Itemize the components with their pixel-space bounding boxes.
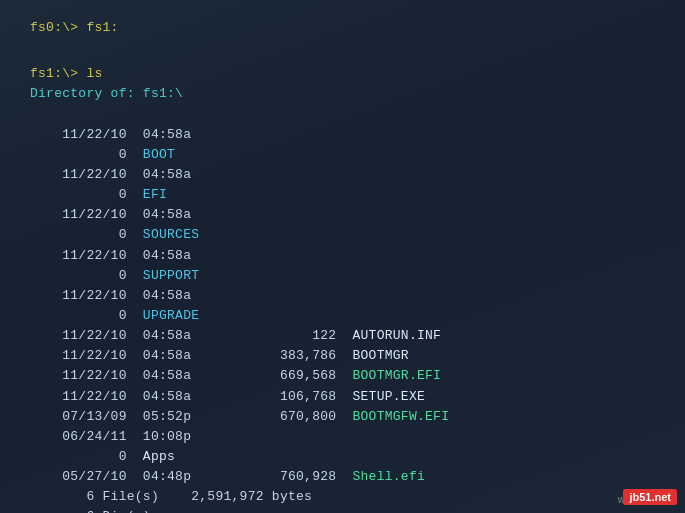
blank-1 [30, 44, 655, 64]
summary-line-1: 6 File(s) 2,591,972 bytes [30, 487, 655, 507]
table-row: 11/22/10 04:58a 0 SUPPORT [30, 246, 655, 286]
blank-2 [30, 105, 655, 125]
directory-listing: 11/22/10 04:58a 0 BOOT 11/22/10 04:58a 0… [30, 125, 655, 488]
summary-line-2: 6 Dir(s) [30, 507, 655, 513]
table-row: 07/13/09 05:52p 670,800 BOOTMGFW.EFI [30, 407, 655, 427]
table-row: 05/27/10 04:48p 760,928 Shell.efi [30, 467, 655, 487]
table-row: 11/22/10 04:58a 106,768 SETUP.EXE [30, 387, 655, 407]
table-row: 11/22/10 04:58a 0 EFI [30, 165, 655, 205]
prompt-line-2: fs1:\> ls [30, 64, 655, 84]
watermark-site: jb51.net [623, 489, 677, 505]
terminal-screen: fs0:\> fs1: fs1:\> ls Directory of: fs1:… [0, 0, 685, 513]
table-row: 11/22/10 04:58a 669,568 BOOTMGR.EFI [30, 366, 655, 386]
table-row: 11/22/10 04:58a 383,786 BOOTMGR [30, 346, 655, 366]
table-row: 11/22/10 04:58a 122 AUTORUN.INF [30, 326, 655, 346]
table-row: 11/22/10 04:58a 0 UPGRADE [30, 286, 655, 326]
table-row: 11/22/10 04:58a 0 BOOT [30, 125, 655, 165]
prompt-line-1: fs0:\> fs1: [30, 18, 655, 38]
table-row: 11/22/10 04:58a 0 SOURCES [30, 205, 655, 245]
table-row: 06/24/11 10:08p 0 Apps [30, 427, 655, 467]
dir-header: Directory of: fs1:\ [30, 84, 655, 104]
